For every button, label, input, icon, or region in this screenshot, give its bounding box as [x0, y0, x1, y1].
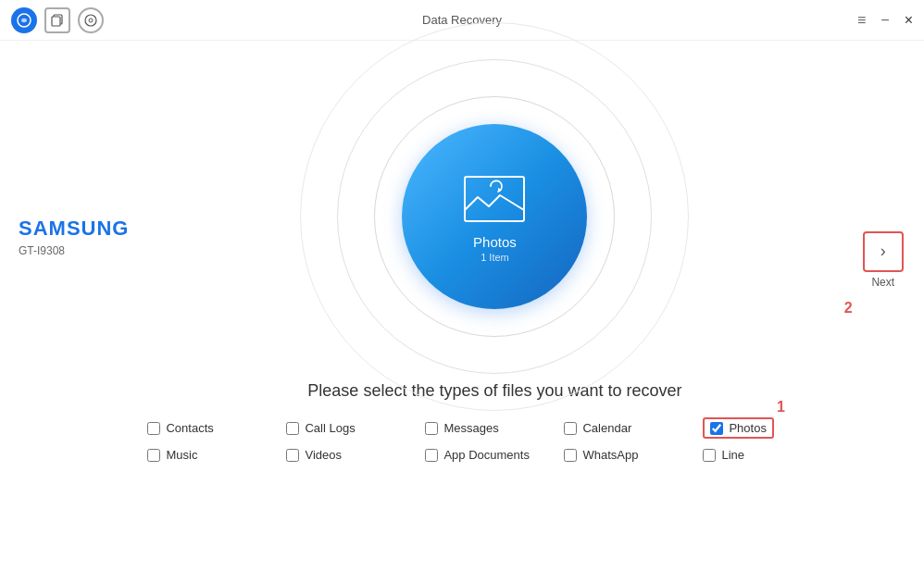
photo-icon-wrapper — [457, 171, 531, 227]
copy-icon[interactable] — [44, 7, 70, 33]
calendar-checkbox[interactable] — [564, 422, 577, 435]
photos-label: Photos — [729, 421, 766, 435]
photos-highlight-box: Photos 1 — [703, 417, 773, 439]
checkbox-videos: Videos — [286, 448, 425, 462]
checkbox-whatsapp: WhatsApp — [564, 448, 703, 462]
center-area: Photos 1 Item Please select the types of… — [147, 41, 842, 571]
hero-section: Photos 1 Item — [300, 68, 689, 365]
messages-label: Messages — [443, 421, 498, 435]
line-checkbox[interactable] — [703, 449, 716, 462]
checkbox-calendar: Calendar — [564, 417, 703, 439]
brand-logo: SAMSUNG — [19, 217, 129, 241]
close-button[interactable]: × — [905, 12, 913, 29]
calendar-label: Calendar — [582, 421, 631, 435]
window-controls: ≡ − × — [857, 12, 913, 29]
menu-button[interactable]: ≡ — [857, 12, 866, 29]
music-label: Music — [166, 448, 197, 462]
checkbox-messages: Messages — [425, 417, 564, 439]
next-button[interactable]: › — [863, 231, 904, 272]
checkbox-music: Music — [147, 448, 286, 462]
messages-checkbox[interactable] — [425, 422, 438, 435]
checkbox-calllogs: Call Logs — [286, 417, 425, 439]
app-icon-p[interactable] — [11, 7, 37, 33]
videos-label: Videos — [305, 448, 342, 462]
appdocs-checkbox[interactable] — [425, 449, 438, 462]
svg-rect-5 — [465, 177, 524, 221]
calllogs-checkbox[interactable] — [286, 422, 299, 435]
hero-circle: Photos 1 Item — [402, 124, 587, 309]
videos-checkbox[interactable] — [286, 449, 299, 462]
calllogs-label: Call Logs — [305, 421, 355, 435]
checkbox-line: Line — [703, 448, 842, 462]
sidebar: SAMSUNG GT-I9308 — [0, 41, 147, 571]
music-checkbox[interactable] — [147, 449, 160, 462]
next-btn-wrapper: › Next 2 — [863, 231, 904, 289]
checkbox-photos-wrapper: Photos 1 — [703, 417, 842, 439]
settings-icon[interactable] — [78, 7, 104, 33]
photo-icon — [457, 171, 531, 227]
svg-rect-2 — [52, 17, 60, 26]
svg-point-4 — [89, 19, 93, 22]
line-label: Line — [721, 448, 744, 462]
file-types-grid: Contacts Call Logs Messages Calendar — [147, 417, 842, 462]
photos-checkbox[interactable] — [710, 422, 723, 435]
hero-label: Photos — [473, 234, 517, 250]
appdocs-label: App Documents — [443, 448, 530, 462]
checkbox-appdocs: App Documents — [425, 448, 564, 462]
main-content: SAMSUNG GT-I9308 — [0, 41, 924, 571]
whatsapp-checkbox[interactable] — [564, 449, 577, 462]
right-area: › Next 2 — [842, 41, 924, 571]
whatsapp-label: WhatsApp — [582, 448, 638, 462]
hero-sublabel: 1 Item — [481, 252, 509, 263]
next-label: Next — [871, 276, 894, 289]
svg-point-3 — [85, 15, 96, 26]
minimize-button[interactable]: − — [880, 12, 889, 29]
title-bar-left — [11, 7, 104, 33]
step-marker-2: 2 — [844, 300, 853, 317]
device-model: GT-I9308 — [19, 244, 129, 257]
contacts-checkbox[interactable] — [147, 422, 160, 435]
step-marker-1: 1 — [777, 399, 785, 416]
contacts-label: Contacts — [166, 421, 213, 435]
checkbox-contacts: Contacts — [147, 417, 286, 439]
